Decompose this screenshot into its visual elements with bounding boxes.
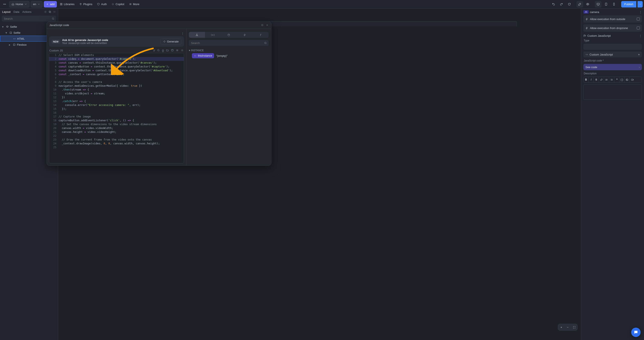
- tool-comment[interactable]: //: [154, 49, 155, 52]
- tool-search[interactable]: [157, 49, 160, 52]
- menu-copilot[interactable]: Copilot: [110, 1, 126, 7]
- tool-settings[interactable]: [181, 49, 184, 52]
- svg-point-23: [182, 50, 182, 51]
- zoom-controls: + −: [558, 324, 578, 331]
- device-mobile-button[interactable]: [611, 1, 617, 7]
- shield-icon: [97, 3, 100, 5]
- plus-icon: [46, 3, 49, 5]
- rtab-db[interactable]: [221, 32, 237, 38]
- code-icon: [194, 54, 196, 57]
- close-icon: [266, 24, 268, 26]
- lang-select[interactable]: en: [31, 1, 42, 7]
- svg-rect-7: [605, 3, 607, 5]
- svg-rect-3: [60, 3, 61, 5]
- svg-point-21: [158, 49, 159, 51]
- modal-right-search-input[interactable]: [190, 41, 263, 45]
- modal-right-tabs: (x) f: [189, 32, 268, 38]
- modal-minimize[interactable]: [261, 24, 264, 26]
- tablet-icon: [604, 2, 608, 6]
- page-select[interactable]: Home: [9, 1, 30, 7]
- js-code-modal: JavaScript code ⋮ NEW Ask AI to generate…: [46, 21, 271, 166]
- editor-tools: // {}: [154, 49, 184, 52]
- preview-mode-button[interactable]: [584, 1, 591, 7]
- svg-point-26: [197, 35, 198, 36]
- svg-point-27: [228, 34, 230, 34]
- svg-point-1: [4, 4, 5, 4]
- tool-list[interactable]: [176, 49, 179, 52]
- desktop-icon: [596, 2, 600, 6]
- refresh-icon: [568, 2, 571, 6]
- svg-point-24: [196, 34, 197, 34]
- search-icon: [157, 49, 160, 52]
- refresh-button[interactable]: [566, 1, 573, 7]
- modal-right-search[interactable]: [189, 40, 268, 46]
- instance-section-label: INSTANCE: [191, 49, 204, 52]
- chat-icon: [634, 330, 638, 335]
- rtab-fn[interactable]: f: [252, 32, 268, 38]
- svg-point-5: [588, 4, 588, 5]
- instance-value: "{empty}": [216, 54, 228, 57]
- ai-line2: Your Javascript code will be overwritten: [62, 42, 108, 45]
- eye-icon: [586, 2, 589, 6]
- modal-close[interactable]: [266, 24, 268, 26]
- menu-auth[interactable]: Auth: [95, 1, 108, 7]
- instance-chip[interactable]: thisInstance: [192, 53, 214, 58]
- page-select-label: Home: [16, 2, 23, 6]
- modal-title: JavaScript code: [49, 23, 69, 27]
- generate-button[interactable]: Generate: [160, 38, 182, 45]
- plug-icon: [79, 3, 82, 5]
- home-icon: [12, 3, 14, 5]
- menu-more[interactable]: More: [127, 1, 141, 7]
- svg-point-2: [5, 4, 6, 4]
- pencil-icon: [578, 2, 582, 6]
- help-fab[interactable]: [631, 328, 640, 337]
- tool-bracket[interactable]: {}: [162, 49, 164, 52]
- menu-libraries[interactable]: Libraries: [58, 1, 76, 7]
- menu-button[interactable]: [1, 1, 8, 7]
- hamburger-icon: [129, 3, 132, 5]
- svg-rect-8: [614, 3, 614, 5]
- svg-rect-4: [61, 3, 62, 5]
- zoom-in[interactable]: +: [558, 324, 564, 331]
- svg-rect-6: [597, 3, 599, 5]
- gear-icon: [181, 49, 184, 52]
- custom-js-label: Custom JS: [49, 49, 63, 52]
- rtab-tree[interactable]: [189, 32, 205, 38]
- add-button[interactable]: add: [44, 1, 57, 7]
- add-label: add: [50, 2, 55, 6]
- ai-suggest-card: NEW Ask AI to generate Javascript code Y…: [49, 36, 184, 47]
- editor-more[interactable]: ⋮: [181, 32, 184, 35]
- publish-button[interactable]: Publish: [621, 1, 636, 7]
- device-desktop-button[interactable]: [595, 1, 602, 7]
- tool-db[interactable]: [171, 49, 174, 52]
- expand-icon: [573, 326, 576, 329]
- rtab-var[interactable]: (x): [205, 32, 221, 38]
- tree-icon: [196, 33, 198, 36]
- lang-label: en: [33, 2, 36, 6]
- zoom-out[interactable]: −: [564, 324, 571, 331]
- redo-icon: [560, 2, 563, 6]
- new-badge: NEW: [52, 39, 60, 44]
- zoom-expand[interactable]: [571, 324, 577, 331]
- book-icon: [60, 3, 62, 5]
- edit-mode-button[interactable]: [576, 1, 583, 7]
- mobile-icon: [612, 2, 616, 6]
- svg-point-22: [171, 49, 173, 50]
- device-tablet-button[interactable]: [603, 1, 610, 7]
- chevron-down-icon: [24, 3, 27, 5]
- list-icon: [176, 49, 179, 52]
- database-icon: [227, 33, 230, 36]
- topbar: Home en add Libraries Plugins Auth Copil…: [0, 0, 644, 8]
- undo-icon: [552, 2, 555, 6]
- folder-icon: [166, 49, 169, 52]
- publish-dropdown[interactable]: [638, 1, 643, 7]
- tool-folder[interactable]: [166, 49, 169, 52]
- sparkle-icon: [112, 3, 114, 5]
- code-editor[interactable]: 1// Select DOM elements2const video = do…: [49, 53, 184, 163]
- database-icon: [171, 49, 174, 52]
- menu-plugins[interactable]: Plugins: [78, 1, 94, 7]
- redo-button[interactable]: [558, 1, 565, 7]
- rtab-bolt[interactable]: [237, 32, 253, 38]
- undo-button[interactable]: [550, 1, 557, 7]
- chevron-down-icon: [639, 3, 642, 5]
